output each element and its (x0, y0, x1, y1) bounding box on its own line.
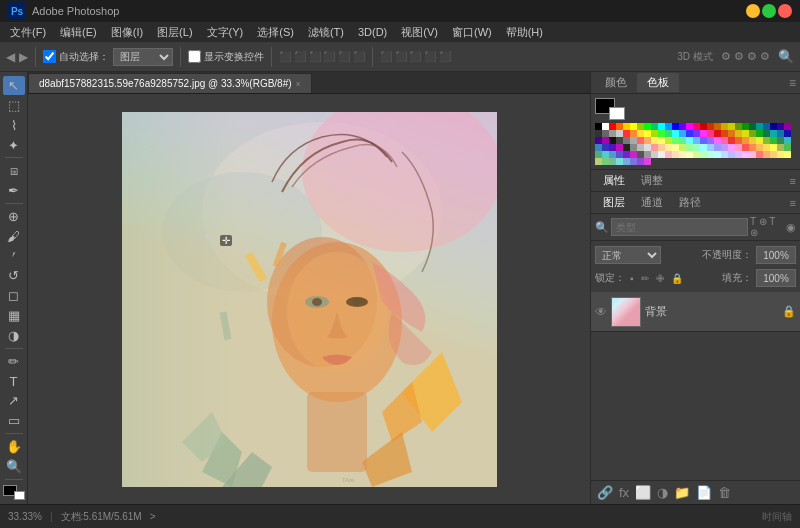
color-swatch-17[interactable] (714, 123, 721, 130)
color-swatch-64[interactable] (651, 137, 658, 144)
color-swatch-48[interactable] (735, 130, 742, 137)
color-swatch-39[interactable] (672, 130, 679, 137)
color-swatch-98[interactable] (693, 144, 700, 151)
color-swatch-94[interactable] (665, 144, 672, 151)
color-swatch-110[interactable] (777, 144, 784, 151)
color-swatch-88[interactable] (623, 144, 630, 151)
color-swatch-24[interactable] (763, 123, 770, 130)
color-swatch-26[interactable] (777, 123, 784, 130)
color-swatch-33[interactable] (630, 130, 637, 137)
color-swatch-111[interactable] (784, 144, 791, 151)
menu-window[interactable]: 窗口(W) (446, 23, 498, 42)
menu-image[interactable]: 图像(I) (105, 23, 149, 42)
new-layer-button[interactable]: 📄 (696, 485, 712, 500)
tab-layers[interactable]: 图层 (595, 193, 633, 212)
minimize-button[interactable]: − (746, 4, 760, 18)
color-swatch-119[interactable] (644, 151, 651, 158)
text-tool[interactable]: T (3, 372, 25, 391)
color-swatch-32[interactable] (623, 130, 630, 137)
color-swatch-4[interactable] (623, 123, 630, 130)
color-swatch-81[interactable] (770, 137, 777, 144)
color-swatch-116[interactable] (623, 151, 630, 158)
color-swatch-25[interactable] (770, 123, 777, 130)
color-swatch-70[interactable] (693, 137, 700, 144)
color-swatch-118[interactable] (637, 151, 644, 158)
color-swatch-41[interactable] (686, 130, 693, 137)
tab-color[interactable]: 颜色 (595, 73, 637, 92)
color-swatch-69[interactable] (686, 137, 693, 144)
color-swatch-106[interactable] (749, 144, 756, 151)
lasso-tool[interactable]: ⌇ (3, 116, 25, 135)
color-swatch-63[interactable] (644, 137, 651, 144)
color-swatch-22[interactable] (749, 123, 756, 130)
color-swatch-80[interactable] (763, 137, 770, 144)
layer-search-input[interactable] (611, 218, 748, 236)
document-canvas[interactable]: TAte (122, 112, 497, 487)
color-swatch-99[interactable] (700, 144, 707, 151)
maximize-button[interactable]: + (762, 4, 776, 18)
color-swatch-65[interactable] (658, 137, 665, 144)
tab-properties[interactable]: 属性 (595, 171, 633, 190)
color-swatch-145[interactable] (630, 158, 637, 165)
color-swatch-144[interactable] (623, 158, 630, 165)
search-icon[interactable]: 🔍 (778, 49, 794, 64)
color-swatch-38[interactable] (665, 130, 672, 137)
color-swatch-36[interactable] (651, 130, 658, 137)
color-swatch-128[interactable] (707, 151, 714, 158)
color-swatch-19[interactable] (728, 123, 735, 130)
menu-layer[interactable]: 图层(L) (151, 23, 198, 42)
color-swatch-68[interactable] (679, 137, 686, 144)
fg-bg-swatches[interactable] (595, 98, 625, 120)
color-swatch-96[interactable] (679, 144, 686, 151)
color-swatch-71[interactable] (700, 137, 707, 144)
path-select-tool[interactable]: ↗ (3, 391, 25, 410)
color-swatch-58[interactable] (609, 137, 616, 144)
properties-menu[interactable]: ≡ (790, 175, 796, 187)
color-swatch-143[interactable] (616, 158, 623, 165)
color-swatch-102[interactable] (721, 144, 728, 151)
color-swatch-10[interactable] (665, 123, 672, 130)
background-color[interactable] (14, 491, 25, 500)
color-swatch-72[interactable] (707, 137, 714, 144)
color-swatch-35[interactable] (644, 130, 651, 137)
layer-mask-button[interactable]: ⬜ (635, 485, 651, 500)
color-swatch-113[interactable] (602, 151, 609, 158)
color-swatch-23[interactable] (756, 123, 763, 130)
blend-mode-select[interactable]: 正常 溶解 正片叠底 (595, 246, 661, 264)
new-group-button[interactable]: 📁 (674, 485, 690, 500)
zoom-tool[interactable]: 🔍 (3, 457, 25, 476)
color-swatch-50[interactable] (749, 130, 756, 137)
color-swatch-42[interactable] (693, 130, 700, 137)
color-swatch-95[interactable] (672, 144, 679, 151)
color-swatch-101[interactable] (714, 144, 721, 151)
color-swatch-78[interactable] (749, 137, 756, 144)
color-swatch-56[interactable] (595, 137, 602, 144)
menu-edit[interactable]: 编辑(E) (54, 23, 103, 42)
lock-transparent-btn[interactable]: ▪ (628, 273, 636, 284)
tab-channels[interactable]: 通道 (633, 193, 671, 212)
color-swatch-123[interactable] (672, 151, 679, 158)
color-swatch-117[interactable] (630, 151, 637, 158)
color-swatch-59[interactable] (616, 137, 623, 144)
color-swatch-13[interactable] (686, 123, 693, 130)
color-swatch-15[interactable] (700, 123, 707, 130)
color-swatch-129[interactable] (714, 151, 721, 158)
eyedropper-tool[interactable]: ✒ (3, 181, 25, 200)
color-swatch-89[interactable] (630, 144, 637, 151)
tab-swatches[interactable]: 色板 (637, 73, 679, 92)
color-swatch-27[interactable] (784, 123, 791, 130)
tab-paths[interactable]: 路径 (671, 193, 709, 212)
color-swatch-137[interactable] (770, 151, 777, 158)
history-brush-tool[interactable]: ↺ (3, 266, 25, 285)
tab-adjustments[interactable]: 调整 (633, 171, 671, 190)
color-swatch-0[interactable] (595, 123, 602, 130)
color-swatch-140[interactable] (595, 158, 602, 165)
color-swatch-147[interactable] (644, 158, 651, 165)
opacity-input[interactable] (756, 246, 796, 264)
color-swatch-133[interactable] (742, 151, 749, 158)
color-swatch-6[interactable] (637, 123, 644, 130)
timeline-label[interactable]: 时间轴 (762, 510, 792, 524)
color-swatch-67[interactable] (672, 137, 679, 144)
color-swatch-104[interactable] (735, 144, 742, 151)
forward-button[interactable]: ▶ (19, 50, 28, 64)
